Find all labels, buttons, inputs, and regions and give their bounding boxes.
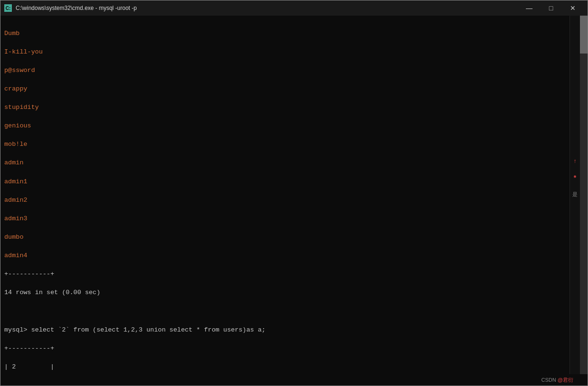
side-asterisk: *: [574, 174, 576, 181]
list-item: admin4: [4, 251, 584, 260]
list-item: p@ssword: [4, 66, 584, 75]
cmd-icon: C:: [4, 4, 12, 12]
window-title: C:\windows\system32\cmd.exe - mysql -uro…: [16, 5, 518, 11]
side-panel: ↑ * 是: [570, 16, 580, 374]
list-item: genious: [4, 121, 584, 131]
list-item: admin: [4, 158, 584, 168]
scrollbar-thumb[interactable]: [580, 16, 588, 54]
table-divider: +-----------+: [4, 344, 584, 353]
list-item: admin2: [4, 196, 584, 205]
side-char: 是: [572, 191, 578, 198]
row-count-1: 14 rows in set (0.00 sec): [4, 288, 584, 297]
close-button[interactable]: ✕: [562, 0, 584, 16]
list-item: crappy: [4, 84, 584, 94]
table-divider: +-----------+: [4, 269, 584, 279]
window-controls: — □ ✕: [518, 0, 584, 16]
terminal-content: Dumb I-kill-you p@ssword crappy stupidit…: [0, 18, 588, 374]
csdn-label: CSDN @君衍: [542, 377, 573, 384]
bottom-bar: CSDN @君衍: [0, 374, 588, 386]
list-item: I-kill-you: [4, 47, 584, 57]
cmd-window: C: C:\windows\system32\cmd.exe - mysql -…: [0, 0, 588, 386]
terminal-body[interactable]: Dumb I-kill-you p@ssword crappy stupidit…: [0, 16, 588, 374]
list-item: stupidity: [4, 103, 584, 112]
scrollbar-track[interactable]: [580, 16, 588, 374]
side-arrow-up: ↑: [574, 158, 577, 164]
list-item: mob!le: [4, 140, 584, 149]
blank-line: [4, 306, 584, 316]
list-item: admin3: [4, 214, 584, 224]
list-item: admin1: [4, 177, 584, 187]
list-item: Dumb: [4, 29, 584, 38]
minimize-button[interactable]: —: [518, 0, 540, 16]
list-item: dumbo: [4, 233, 584, 242]
maximize-button[interactable]: □: [540, 0, 562, 16]
title-bar: C: C:\windows\system32\cmd.exe - mysql -…: [0, 0, 588, 16]
col-header: | 2 |: [4, 362, 584, 372]
query-2: mysql> select `2` from (select 1,2,3 uni…: [4, 325, 584, 335]
